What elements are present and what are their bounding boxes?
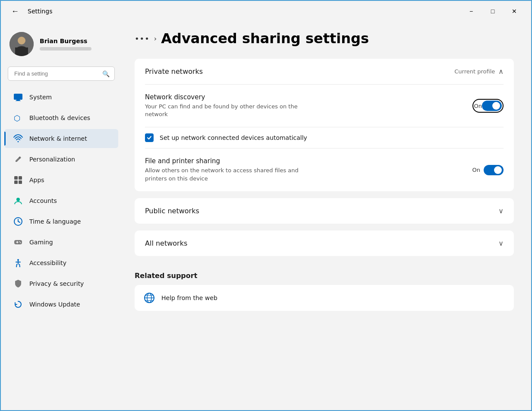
svg-rect-4 bbox=[14, 94, 22, 100]
main-content: ••• › Advanced sharing settings Private … bbox=[122, 22, 531, 411]
sidebar-item-label-time: Time & language bbox=[29, 218, 81, 225]
svg-rect-10 bbox=[14, 176, 18, 180]
back-button[interactable]: ← bbox=[8, 5, 22, 18]
sidebar-item-label-privacy: Privacy & security bbox=[29, 280, 84, 287]
sidebar-item-label-gaming: Gaming bbox=[29, 239, 53, 246]
personalization-icon bbox=[13, 154, 23, 164]
auto-setup-checkbox[interactable] bbox=[145, 133, 154, 142]
close-button[interactable]: ✕ bbox=[504, 4, 524, 18]
sidebar-item-label-accounts: Accounts bbox=[29, 197, 57, 204]
public-networks-card[interactable]: Public networks ∨ bbox=[135, 198, 514, 224]
sidebar-item-time[interactable]: Time & language bbox=[4, 212, 118, 231]
title-bar-left: ← Settings bbox=[8, 5, 52, 18]
chevron-up-icon: ∧ bbox=[498, 67, 504, 76]
sidebar-item-accessibility[interactable]: Accessibility bbox=[4, 253, 118, 272]
help-from-web-text: Help from the web bbox=[161, 294, 217, 301]
svg-point-22 bbox=[20, 242, 21, 243]
avatar bbox=[9, 32, 34, 56]
system-icon bbox=[13, 92, 23, 102]
sidebar: Brian Burgess 🔍 System ⬡ Bluetooth & dev… bbox=[1, 22, 122, 411]
network-discovery-toggle-wrap[interactable]: On bbox=[472, 99, 504, 113]
breadcrumb-dots: ••• bbox=[135, 34, 150, 43]
svg-rect-12 bbox=[14, 180, 18, 184]
sidebar-item-personalization[interactable]: Personalization bbox=[4, 150, 118, 169]
chevron-down-icon-all: ∨ bbox=[498, 239, 504, 247]
accessibility-icon bbox=[13, 258, 23, 268]
auto-setup-row[interactable]: Set up network connected devices automat… bbox=[135, 127, 514, 148]
file-sharing-toggle[interactable] bbox=[484, 165, 504, 175]
svg-rect-6 bbox=[16, 101, 21, 101]
accounts-icon bbox=[13, 196, 23, 206]
private-networks-card: Private networks Current profile ∧ Netwo… bbox=[135, 59, 514, 191]
sidebar-item-label-personalization: Personalization bbox=[29, 156, 75, 163]
sidebar-item-label-system: System bbox=[29, 94, 52, 101]
sidebar-item-label-network: Network & internet bbox=[29, 135, 87, 142]
network-discovery-control[interactable]: On bbox=[472, 99, 504, 113]
all-networks-card[interactable]: All networks ∨ bbox=[135, 231, 514, 256]
minimize-button[interactable]: − bbox=[461, 4, 481, 18]
bluetooth-icon: ⬡ bbox=[13, 113, 23, 123]
public-networks-title: Public networks bbox=[145, 207, 199, 215]
network-discovery-desc: Your PC can find and be found by other d… bbox=[145, 103, 309, 118]
svg-rect-11 bbox=[19, 176, 22, 180]
title-bar: ← Settings − □ ✕ bbox=[1, 1, 531, 22]
public-networks-header[interactable]: Public networks ∨ bbox=[135, 198, 514, 224]
file-sharing-info: File and printer sharing Allow others on… bbox=[145, 157, 472, 182]
svg-rect-13 bbox=[19, 180, 22, 184]
network-discovery-toggle-label: On bbox=[474, 103, 482, 109]
search-icon: 🔍 bbox=[102, 70, 110, 77]
sidebar-item-system[interactable]: System bbox=[4, 88, 118, 107]
sidebar-item-label-bluetooth: Bluetooth & devices bbox=[29, 114, 90, 121]
all-networks-header[interactable]: All networks ∨ bbox=[135, 231, 514, 256]
sidebar-item-privacy[interactable]: Privacy & security bbox=[4, 274, 118, 293]
svg-line-26 bbox=[16, 264, 17, 267]
current-profile-badge: Current profile ∧ bbox=[454, 67, 504, 76]
file-sharing-row: File and printer sharing Allow others on… bbox=[135, 149, 514, 191]
file-sharing-toggle-label: On bbox=[472, 167, 480, 173]
network-icon bbox=[13, 133, 23, 144]
svg-line-27 bbox=[19, 264, 20, 267]
file-sharing-name: File and printer sharing bbox=[145, 157, 472, 165]
search-input[interactable] bbox=[8, 66, 115, 81]
user-name: Brian Burgess bbox=[40, 38, 91, 44]
app-body: Brian Burgess 🔍 System ⬡ Bluetooth & dev… bbox=[1, 22, 531, 411]
time-icon bbox=[13, 216, 23, 227]
svg-point-1 bbox=[18, 37, 25, 44]
network-discovery-slider bbox=[482, 101, 502, 111]
svg-rect-5 bbox=[16, 100, 20, 101]
auto-setup-label: Set up network connected devices automat… bbox=[160, 134, 307, 141]
sidebar-item-network[interactable]: Network & internet bbox=[4, 129, 118, 148]
sidebar-item-label-update: Windows Update bbox=[29, 301, 80, 308]
user-profile[interactable]: Brian Burgess bbox=[1, 28, 122, 65]
sidebar-item-gaming[interactable]: Gaming bbox=[4, 233, 118, 252]
web-icon bbox=[143, 292, 155, 304]
network-discovery-toggle[interactable] bbox=[482, 101, 502, 111]
svg-point-14 bbox=[16, 198, 20, 201]
help-from-web-card[interactable]: Help from the web bbox=[135, 285, 514, 311]
search-box[interactable]: 🔍 bbox=[8, 66, 115, 81]
sidebar-item-update[interactable]: Windows Update bbox=[4, 295, 118, 314]
sidebar-item-apps[interactable]: Apps bbox=[4, 171, 118, 190]
gaming-icon bbox=[13, 237, 23, 247]
app-title: Settings bbox=[28, 8, 52, 15]
page-title: Advanced sharing settings bbox=[161, 30, 369, 47]
update-icon bbox=[13, 299, 23, 310]
svg-point-21 bbox=[19, 241, 20, 242]
user-bar-decoration bbox=[40, 47, 91, 51]
file-sharing-control[interactable]: On bbox=[472, 165, 504, 175]
private-networks-title: Private networks bbox=[145, 67, 203, 76]
all-networks-title: All networks bbox=[145, 239, 187, 247]
network-discovery-name: Network discovery bbox=[145, 93, 472, 101]
sidebar-item-accounts[interactable]: Accounts bbox=[4, 191, 118, 210]
file-sharing-toggle-wrap[interactable]: On bbox=[472, 165, 504, 175]
breadcrumb-chevron: › bbox=[154, 35, 157, 43]
maximize-button[interactable]: □ bbox=[483, 4, 503, 18]
chevron-down-icon-public: ∨ bbox=[498, 207, 504, 215]
file-sharing-slider bbox=[484, 165, 504, 175]
sidebar-item-label-accessibility: Accessibility bbox=[29, 259, 66, 266]
network-discovery-row: Network discovery Your PC can find and b… bbox=[135, 85, 514, 127]
file-sharing-desc: Allow others on the network to access sh… bbox=[145, 167, 309, 182]
network-discovery-info: Network discovery Your PC can find and b… bbox=[145, 93, 472, 118]
private-networks-header[interactable]: Private networks Current profile ∧ bbox=[135, 59, 514, 84]
sidebar-item-bluetooth[interactable]: ⬡ Bluetooth & devices bbox=[4, 108, 118, 127]
